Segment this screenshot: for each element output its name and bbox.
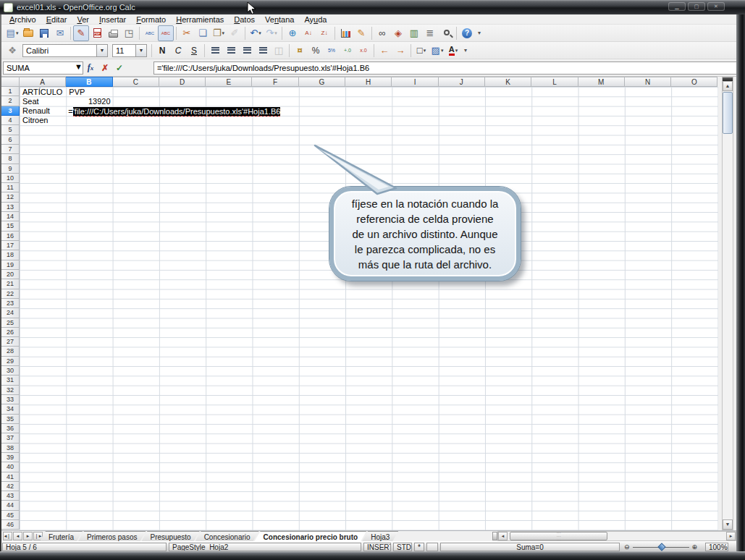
edit-mode-button[interactable]: ✎: [73, 25, 89, 41]
row-header-3[interactable]: 3: [1, 106, 20, 116]
percent-format-button[interactable]: %: [308, 43, 324, 59]
column-header-L[interactable]: L: [531, 77, 578, 87]
column-header-N[interactable]: N: [625, 77, 671, 87]
column-header-H[interactable]: H: [345, 77, 392, 87]
align-right-button[interactable]: [239, 43, 255, 59]
first-sheet-button[interactable]: ◂❘: [3, 532, 12, 540]
auto-spellcheck-button[interactable]: ABC: [158, 25, 174, 41]
row-header-15[interactable]: 15: [1, 221, 20, 231]
row-header-36[interactable]: 36: [1, 424, 20, 433]
accept-button[interactable]: ✓: [112, 61, 127, 75]
row-header-23[interactable]: 23: [1, 299, 20, 308]
background-color-dropdown-icon[interactable]: ▾: [441, 48, 444, 54]
previous-sheet-button[interactable]: ◂: [13, 532, 22, 540]
row-header-43[interactable]: 43: [1, 491, 20, 501]
row-header-13[interactable]: 13: [1, 203, 20, 212]
row-header-1[interactable]: 1: [1, 87, 20, 96]
align-left-button[interactable]: [207, 43, 223, 59]
row-header-37[interactable]: 37: [1, 433, 20, 443]
column-header-G[interactable]: G: [299, 77, 345, 87]
insert-chart-button[interactable]: [337, 25, 353, 41]
print-button[interactable]: [105, 25, 121, 41]
row-header-24[interactable]: 24: [1, 308, 20, 318]
row-header-29[interactable]: 29: [1, 357, 20, 366]
next-sheet-button[interactable]: ▸: [23, 532, 33, 540]
vertical-scroll-thumb[interactable]: [723, 92, 733, 134]
draw-functions-button[interactable]: ✎: [353, 25, 369, 41]
undo-button[interactable]: ↶▾: [248, 25, 264, 41]
hyperlink-button[interactable]: ⊕: [285, 25, 300, 41]
copy-button[interactable]: ❏: [195, 25, 211, 41]
sheet-tab-hoja3[interactable]: Hoja3: [362, 531, 398, 541]
row-header-6[interactable]: 6: [1, 135, 20, 145]
data-sources-button[interactable]: ≣: [422, 25, 438, 41]
row-header-4[interactable]: 4: [1, 116, 20, 125]
row-header-16[interactable]: 16: [1, 232, 20, 241]
row-header-46[interactable]: 46: [1, 520, 20, 530]
scroll-up-button[interactable]: ▲: [723, 81, 733, 91]
column-header-M[interactable]: M: [578, 77, 625, 87]
column-header-O[interactable]: O: [671, 77, 717, 87]
background-color-button[interactable]: ▨▾: [429, 43, 445, 59]
scroll-down-button[interactable]: ▼: [723, 519, 733, 530]
sheet-tab-presupuesto[interactable]: Presupuesto: [141, 531, 199, 541]
column-header-D[interactable]: D: [159, 77, 206, 87]
cell-B2[interactable]: 13920: [66, 97, 112, 106]
new-document-button[interactable]: ▤▾: [4, 25, 20, 41]
row-header-26[interactable]: 26: [1, 328, 20, 337]
column-header-I[interactable]: I: [392, 77, 438, 87]
row-header-34[interactable]: 34: [1, 404, 20, 414]
sheet-tab-concesionario[interactable]: Concesionario: [195, 531, 259, 541]
selection-mode-panel[interactable]: STD: [393, 543, 412, 551]
font-size-combo[interactable]: 11▼: [112, 44, 147, 57]
font-color-button[interactable]: A▾: [445, 43, 461, 59]
menu-ventana[interactable]: Ventana: [260, 14, 299, 25]
column-header-B[interactable]: B: [66, 77, 112, 87]
menu-herramientas[interactable]: Herramientas: [171, 14, 229, 25]
align-center-button[interactable]: [223, 43, 239, 59]
row-header-27[interactable]: 27: [1, 337, 20, 347]
menu-editar[interactable]: Editar: [41, 14, 72, 25]
row-header-25[interactable]: 25: [1, 318, 20, 328]
sheet-tab-concesionario-precio-bruto[interactable]: Concesionario precio bruto: [255, 531, 367, 541]
row-header-11[interactable]: 11: [1, 183, 20, 192]
navigator-button[interactable]: ◈: [390, 25, 406, 41]
decrease-indent-button[interactable]: ←: [376, 43, 392, 59]
row-header-17[interactable]: 17: [1, 241, 20, 250]
zoom-button[interactable]: [438, 25, 454, 41]
row-header-40[interactable]: 40: [1, 462, 20, 472]
row-header-35[interactable]: 35: [1, 415, 20, 424]
horizontal-scroll-thumb[interactable]: [510, 532, 607, 540]
sheet-tab-frutería[interactable]: Frutería: [40, 531, 83, 541]
row-header-14[interactable]: 14: [1, 212, 20, 221]
column-header-F[interactable]: F: [252, 77, 298, 87]
insert-mode-panel[interactable]: INSERT: [363, 543, 391, 551]
borders-dropdown-icon[interactable]: ▾: [424, 48, 426, 54]
find-replace-button[interactable]: ∞: [374, 25, 390, 41]
row-header-30[interactable]: 30: [1, 366, 20, 376]
minimize-button[interactable]: ▁: [668, 2, 686, 11]
sheet-tab-primeros-pasos[interactable]: Primeros pasos: [78, 531, 146, 541]
menu-datos[interactable]: Datos: [229, 14, 260, 25]
add-decimal-button[interactable]: +.0: [340, 43, 355, 59]
page-style-panel[interactable]: PageStyle_Hoja2: [169, 543, 361, 551]
column-header-E[interactable]: E: [206, 77, 252, 87]
bold-button[interactable]: N: [154, 43, 170, 59]
horizontal-split-handle[interactable]: [492, 532, 497, 540]
zoom-percent-panel[interactable]: 100%: [705, 543, 728, 551]
row-header-20[interactable]: 20: [1, 270, 20, 279]
toolbar-options-button[interactable]: ▾: [461, 43, 470, 59]
select-all-corner[interactable]: [1, 77, 20, 87]
paste-button[interactable]: ❐▾: [211, 25, 227, 41]
redo-dropdown-icon[interactable]: ▾: [274, 30, 277, 36]
menu-archivo[interactable]: Archivo: [4, 14, 41, 25]
formula-input[interactable]: ='file:///C:/Users/juka/Downloads/Presup…: [153, 61, 737, 75]
zoom-out-button[interactable]: ⊖: [624, 543, 630, 551]
styles-panel-button[interactable]: ❖: [4, 43, 20, 59]
close-button[interactable]: ✕: [707, 2, 725, 11]
cell-A4[interactable]: Citroen: [20, 116, 50, 125]
font-size-combo-dropdown[interactable]: ▼: [135, 45, 146, 56]
vertical-scrollbar[interactable]: ▲ ▼: [722, 77, 733, 530]
italic-button[interactable]: C: [170, 43, 186, 59]
page-preview-button[interactable]: ◳: [121, 25, 137, 41]
